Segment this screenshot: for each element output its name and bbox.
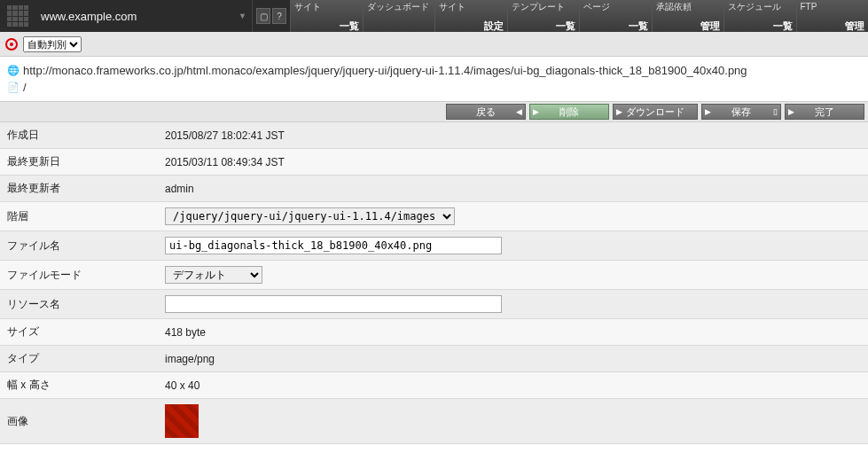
nav-dashboard[interactable]: ダッシュボード [363, 0, 435, 32]
triangle-right-icon: ▶ [533, 107, 539, 116]
nav-site-list[interactable]: サイト 一覧 [290, 0, 363, 32]
label-updated: 最終更新日 [0, 149, 158, 176]
row-filename: ファイル名 [0, 231, 868, 261]
label-updater: 最終更新者 [0, 176, 158, 202]
mode-toggle-group: ▢ ? [253, 0, 290, 32]
label-image: 画像 [0, 399, 158, 444]
path-root: / [23, 81, 27, 94]
nav-ftp[interactable]: FTP 管理 [796, 0, 869, 32]
chevron-down-icon: ▼ [239, 12, 246, 20]
label-size: サイズ [0, 319, 158, 346]
resource-name-input[interactable] [165, 295, 502, 313]
triangle-right-icon: ▶ [705, 107, 711, 116]
value-size: 418 byte [158, 319, 868, 346]
mode-btn-b[interactable]: ? [272, 8, 286, 24]
nav-page[interactable]: ページ 一覧 [579, 0, 652, 32]
path-root-row: 📄 / [7, 79, 861, 96]
encoding-bar: 自動判別 [0, 32, 868, 57]
image-preview [165, 404, 199, 438]
triangle-right-icon: ▶ [788, 107, 794, 116]
back-button[interactable]: 戻る◀ [446, 104, 526, 120]
row-resname: リソース名 [0, 290, 868, 319]
label-hierarchy: 階層 [0, 202, 158, 231]
label-dims: 幅 x 高さ [0, 372, 158, 399]
grid-icon [7, 5, 28, 27]
value-type: image/png [158, 346, 868, 372]
record-icon[interactable] [5, 38, 18, 51]
nav-site-settings[interactable]: サイト 設定 [434, 0, 507, 32]
nav-template[interactable]: テンプレート 一覧 [507, 0, 580, 32]
document-icon: ▯ [773, 107, 778, 116]
mode-btn-a[interactable]: ▢ [256, 8, 270, 24]
row-hierarchy: 階層 /jquery/jquery-ui/jquery-ui-1.11.4/im… [0, 202, 868, 231]
save-button[interactable]: ▶保存▯ [701, 104, 781, 120]
value-dims: 40 x 40 [158, 372, 868, 399]
globe-icon: 🌐 [7, 65, 20, 77]
row-updater: 最終更新者 admin [0, 176, 868, 202]
full-url: http://monaco.frameworks.co.jp/html.mona… [23, 64, 747, 77]
delete-button[interactable]: ▶削除 [529, 104, 609, 120]
value-updater: admin [158, 176, 868, 202]
row-created: 作成日 2015/08/27 18:02:41 JST [0, 122, 868, 149]
hierarchy-select[interactable]: /jquery/jquery-ui/jquery-ui-1.11.4/image… [165, 207, 455, 225]
value-updated: 2015/03/11 08:49:34 JST [158, 149, 868, 176]
triangle-left-icon: ◀ [516, 107, 522, 116]
action-bar: 戻る◀ ▶削除 ▶ダウンロード ▶保存▯ ▶完了 [0, 101, 868, 122]
nav-approval[interactable]: 承認依頼 管理 [652, 0, 724, 32]
filename-input[interactable] [165, 237, 502, 254]
label-filemode: ファイルモード [0, 261, 158, 290]
label-type: タイプ [0, 346, 158, 372]
label-created: 作成日 [0, 122, 158, 149]
site-selector[interactable]: www.example.com ▼ [35, 0, 253, 32]
page-icon: 📄 [7, 82, 20, 94]
row-image: 画像 [0, 399, 868, 444]
row-updated: 最終更新日 2015/03/11 08:49:34 JST [0, 149, 868, 176]
label-resname: リソース名 [0, 290, 158, 319]
top-nav: www.example.com ▼ ▢ ? サイト 一覧 ダッシュボード サイト… [0, 0, 868, 32]
nav-schedule[interactable]: スケジュール 一覧 [723, 0, 796, 32]
filemode-select[interactable]: デフォルト [165, 266, 262, 284]
row-filemode: ファイルモード デフォルト [0, 261, 868, 290]
row-dims: 幅 x 高さ 40 x 40 [0, 372, 868, 399]
properties-table: 作成日 2015/08/27 18:02:41 JST 最終更新日 2015/0… [0, 122, 868, 444]
row-size: サイズ 418 byte [0, 319, 868, 346]
site-domain: www.example.com [41, 10, 137, 23]
full-url-row: 🌐 http://monaco.frameworks.co.jp/html.mo… [7, 62, 861, 79]
label-filename: ファイル名 [0, 231, 158, 261]
encoding-select[interactable]: 自動判別 [23, 36, 82, 52]
row-type: タイプ image/png [0, 346, 868, 372]
value-created: 2015/08/27 18:02:41 JST [158, 122, 868, 149]
nav-tabs: サイト 一覧 ダッシュボード サイト 設定 テンプレート 一覧 ページ 一覧 承… [290, 0, 868, 32]
triangle-right-icon: ▶ [616, 107, 622, 116]
path-area: 🌐 http://monaco.frameworks.co.jp/html.mo… [0, 57, 868, 101]
done-button[interactable]: ▶完了 [785, 104, 864, 120]
app-logo[interactable] [0, 0, 35, 32]
download-button[interactable]: ▶ダウンロード [613, 104, 698, 120]
